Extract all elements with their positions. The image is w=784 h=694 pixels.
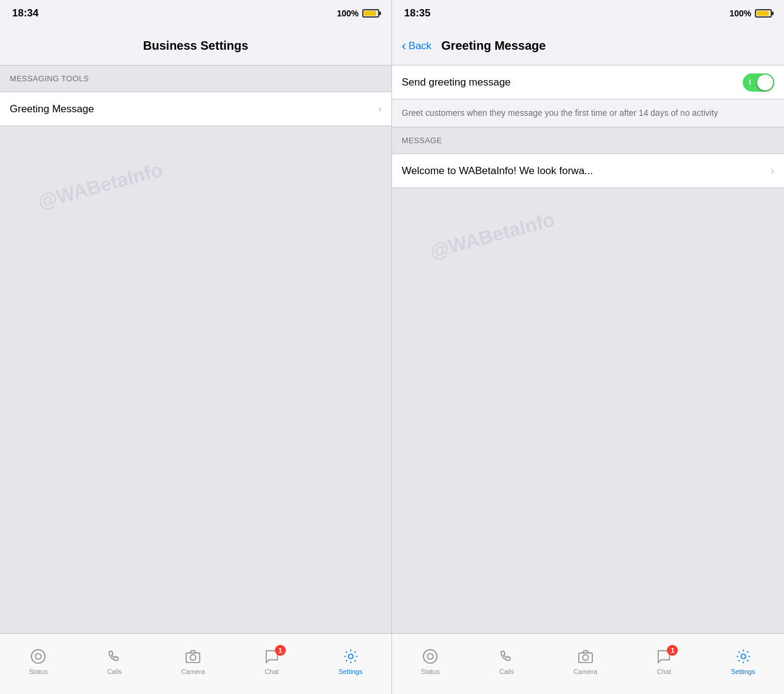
right-panel: 18:35 100% ‹ Back Greeting Message Send … <box>392 0 784 694</box>
status-label-left: Status <box>29 668 47 675</box>
settings-icon-right <box>734 647 752 665</box>
left-watermark: @WABetaInfo <box>36 158 165 213</box>
tab-chat-right[interactable]: 1 Chat <box>655 647 673 675</box>
message-preview-text: Welcome to WABetaInfo! We look forwa... <box>402 165 771 177</box>
tab-settings-right[interactable]: Settings <box>731 647 755 675</box>
greeting-toggle-label: Send greeting message <box>402 76 743 89</box>
chat-label-right: Chat <box>657 668 671 675</box>
left-battery-body <box>362 9 379 18</box>
left-content-area: @WABetaInfo <box>0 126 391 633</box>
right-battery-icon <box>755 9 772 18</box>
back-label: Back <box>408 40 431 52</box>
tab-calls-right[interactable]: Calls <box>498 647 516 675</box>
chat-badge-left: 1 <box>275 645 286 656</box>
svg-point-4 <box>348 654 353 658</box>
message-section-label: MESSAGE <box>402 136 442 145</box>
greeting-description: Greet customers when they message you th… <box>402 108 718 118</box>
left-section-header: MESSAGING TOOLS <box>0 66 391 92</box>
camera-label-left: Camera <box>181 668 205 675</box>
right-battery-pct: 100% <box>729 8 751 18</box>
left-battery-icon <box>362 9 379 18</box>
svg-point-9 <box>741 654 745 658</box>
chat-icon-right: 1 <box>655 647 673 665</box>
back-chevron-icon: ‹ <box>402 39 406 53</box>
toggle-knob <box>757 75 773 90</box>
chat-icon-left: 1 <box>263 647 281 665</box>
svg-point-0 <box>32 649 45 662</box>
calls-label-left: Calls <box>107 668 121 675</box>
right-tab-bar: Status Calls Camera <box>392 633 784 694</box>
svg-point-5 <box>424 649 437 662</box>
right-battery-body <box>755 9 772 18</box>
tab-chat-left[interactable]: 1 Chat <box>263 647 281 675</box>
back-button[interactable]: ‹ Back <box>402 39 431 53</box>
svg-point-8 <box>583 655 588 660</box>
right-status-right: 100% <box>729 8 772 18</box>
right-content-area: @WABetaInfo <box>392 188 784 633</box>
tab-camera-right[interactable]: Camera <box>573 647 597 675</box>
left-battery-pct: 100% <box>337 8 359 18</box>
message-chevron: › <box>771 164 774 177</box>
camera-label-right: Camera <box>573 668 597 675</box>
calls-icon-left <box>106 647 124 665</box>
greeting-message-label: Greeting Message <box>10 103 378 115</box>
tab-settings-left[interactable]: Settings <box>339 647 363 675</box>
right-nav-bar: ‹ Back Greeting Message <box>392 27 784 66</box>
tab-calls-left[interactable]: Calls <box>106 647 124 675</box>
right-watermark: @WABetaInfo <box>428 208 557 263</box>
svg-point-6 <box>428 653 433 659</box>
greeting-toggle-switch[interactable] <box>743 73 774 92</box>
svg-point-3 <box>191 655 196 660</box>
camera-icon-left <box>184 647 202 665</box>
right-status-bar: 18:35 100% <box>392 0 784 27</box>
greeting-toggle-row: Send greeting message <box>392 66 784 99</box>
right-battery-fill <box>757 11 769 16</box>
message-section-header: MESSAGE <box>392 127 784 154</box>
settings-label-right: Settings <box>731 668 755 675</box>
greeting-message-chevron: › <box>378 103 382 115</box>
left-panel: 18:34 100% Business Settings MESSAGING T… <box>0 0 392 694</box>
left-nav-bar: Business Settings <box>0 27 391 66</box>
left-time: 18:34 <box>12 7 38 19</box>
settings-icon-left <box>342 647 360 665</box>
right-time: 18:35 <box>404 7 430 19</box>
chat-label-left: Chat <box>265 668 279 675</box>
status-icon-right <box>421 647 439 665</box>
message-preview-row[interactable]: Welcome to WABetaInfo! We look forwa... … <box>392 154 784 188</box>
svg-point-1 <box>35 653 41 659</box>
calls-icon-right <box>498 647 516 665</box>
status-label-right: Status <box>421 668 440 675</box>
tab-camera-left[interactable]: Camera <box>181 647 205 675</box>
left-section-header-text: MESSAGING TOOLS <box>10 74 89 83</box>
status-icon-left <box>29 647 47 665</box>
left-status-bar: 18:34 100% <box>0 0 391 27</box>
greeting-description-area: Greet customers when they message you th… <box>392 99 784 127</box>
left-status-right: 100% <box>337 8 379 18</box>
left-battery-fill <box>364 11 376 16</box>
left-nav-title: Business Settings <box>143 39 248 53</box>
tab-status-left[interactable]: Status <box>29 647 47 675</box>
calls-label-right: Calls <box>499 668 514 675</box>
left-tab-bar: Status Calls Camera <box>0 633 391 694</box>
right-nav-title: Greeting Message <box>441 39 546 53</box>
chat-badge-right: 1 <box>667 645 678 656</box>
settings-label-left: Settings <box>339 668 363 675</box>
greeting-message-item[interactable]: Greeting Message › <box>0 92 391 126</box>
tab-status-right[interactable]: Status <box>421 647 440 675</box>
camera-icon-right <box>576 647 595 665</box>
